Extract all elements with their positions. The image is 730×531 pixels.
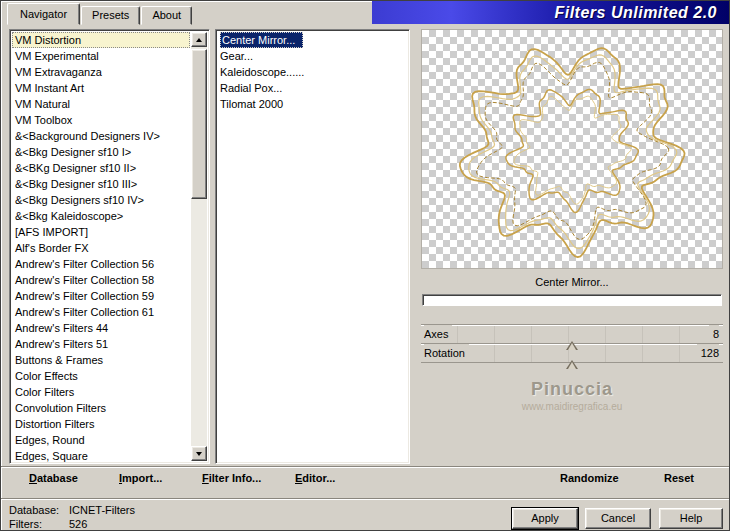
preview-filter-label: Center Mirror... [421,275,723,289]
category-item[interactable]: Color Filters [12,384,190,400]
category-item[interactable]: &<BKg Designer sf10 II> [12,160,190,176]
database-button[interactable]: Database [29,472,78,484]
category-list: VM DistortionVM ExperimentalVM Extravaga… [9,29,210,464]
watermark-title: Pinuccia [421,379,723,400]
filter-list-items: Center Mirror...Gear...Kaleidoscope.....… [218,32,407,112]
filter-item[interactable]: Radial Pox... [218,80,407,96]
tab-bar: Navigator Presets About [7,3,193,25]
preview-box [421,29,723,269]
category-item[interactable]: VM Distortion [12,32,190,48]
category-item[interactable]: [AFS IMPORT] [12,224,190,240]
category-item[interactable]: &<Bkg Designer sf10 III> [12,176,190,192]
filter-item[interactable]: Kaleidoscope...... [218,64,407,80]
category-item[interactable]: Edges, Square [12,448,190,464]
arrow-up-icon [196,38,202,42]
category-list-items: VM DistortionVM ExperimentalVM Extravaga… [12,32,190,464]
filter-item[interactable]: Tilomat 2000 [218,96,407,112]
category-scrollbar[interactable] [191,32,207,461]
app-title: Filters Unlimited 2.0 [554,4,717,22]
category-item[interactable]: VM Toolbox [12,112,190,128]
scroll-up-button[interactable] [191,32,207,47]
category-item[interactable]: Color Effects [12,368,190,384]
slider-area: Axes 8 Rotation 128 [421,324,723,363]
slider-axes[interactable]: Axes 8 [421,324,723,343]
slider-rotation-thumb[interactable] [566,360,578,369]
category-item[interactable]: Andrew's Filters 51 [12,336,190,352]
category-item[interactable]: VM Experimental [12,48,190,64]
watermark-url: www.maidiregrafica.eu [421,401,723,412]
filter-item[interactable]: Gear... [218,48,407,64]
editor-button[interactable]: Editor... [295,472,335,484]
tab-presets[interactable]: Presets [81,6,140,25]
category-item[interactable]: &<Bkg Designers sf10 IV> [12,192,190,208]
status-filters-value: 526 [69,518,87,530]
filters-unlimited-dialog: Navigator Presets About Filters Unlimite… [0,0,730,531]
slider-rotation-value: 128 [697,344,719,362]
title-banner: Filters Unlimited 2.0 [372,1,730,24]
status-database-value: ICNET-Filters [69,504,135,516]
category-item[interactable]: Alf's Border FX [12,240,190,256]
category-item[interactable]: Andrew's Filter Collection 58 [12,272,190,288]
preview-ornament-svg [422,30,722,268]
category-item[interactable]: Edges, Round [12,432,190,448]
category-item[interactable]: &<Bkg Kaleidoscope> [12,208,190,224]
category-item[interactable]: VM Extravaganza [12,64,190,80]
category-item[interactable]: Andrew's Filter Collection 61 [12,304,190,320]
slider-axes-label: Axes [424,325,452,343]
import-button[interactable]: Import... [119,472,162,484]
apply-button[interactable]: Apply [512,508,578,529]
filter-info-button[interactable]: Filter Info... [202,472,261,484]
slider-axes-value: 8 [709,325,719,343]
slider-rotation-label: Rotation [424,344,469,362]
category-item[interactable]: VM Instant Art [12,80,190,96]
filter-item[interactable]: Center Mirror... [218,32,407,48]
category-item[interactable]: Andrew's Filters 44 [12,320,190,336]
divider [1,466,730,468]
slider-axes-thumb[interactable] [566,341,578,350]
reset-button[interactable]: Reset [664,472,694,484]
tab-navigator[interactable]: Navigator [7,3,80,25]
cancel-button[interactable]: Cancel [585,508,651,529]
filter-list: Center Mirror...Gear...Kaleidoscope.....… [215,29,410,464]
scroll-down-button[interactable] [191,446,207,461]
status-database-label: Database: [9,504,59,516]
help-button[interactable]: Help [659,508,723,529]
category-item[interactable]: Convolution Filters [12,400,190,416]
category-item[interactable]: &<Bkg Designer sf10 I> [12,144,190,160]
category-item[interactable]: Andrew's Filter Collection 59 [12,288,190,304]
tab-about[interactable]: About [141,6,192,25]
category-item[interactable]: VM Natural [12,96,190,112]
category-item[interactable]: &<Background Designers IV> [12,128,190,144]
category-item[interactable]: Andrew's Filter Collection 56 [12,256,190,272]
preview-progress-bar [422,294,722,306]
status-filters-label: Filters: [9,518,42,530]
divider [1,498,730,500]
category-item[interactable]: Distortion Filters [12,416,190,432]
slider-thumb-icon [568,362,576,369]
category-item[interactable]: Buttons & Frames [12,352,190,368]
scroll-thumb[interactable] [191,49,207,199]
arrow-down-icon [196,452,202,456]
preview-panel: Center Mirror... Axes 8 Rotation 128 Pin… [421,29,723,464]
randomize-button[interactable]: Randomize [560,472,619,484]
slider-thumb-icon [568,343,576,350]
